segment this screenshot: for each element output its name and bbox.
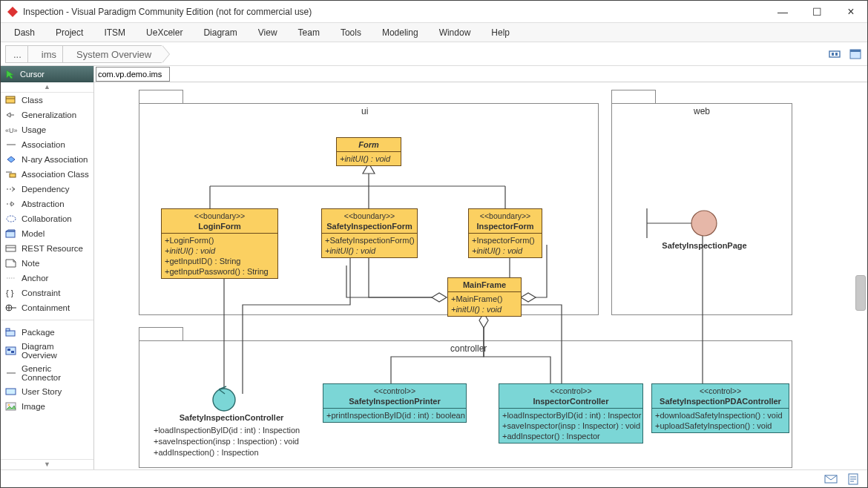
- anchor-line-icon: [5, 273, 17, 283]
- class-safety-inspection-controller-name[interactable]: SafetyInspectionController: [165, 413, 298, 422]
- svg-marker-6: [7, 70, 13, 79]
- menu-help[interactable]: Help: [491, 27, 510, 38]
- crumb-current[interactable]: System Overview: [62, 45, 162, 63]
- palette-item-generalization[interactable]: Generalization: [1, 108, 93, 122]
- image-icon: [5, 401, 17, 412]
- svg-marker-21: [6, 230, 15, 231]
- close-button[interactable]: ×: [841, 5, 861, 19]
- menu-tools[interactable]: Tools: [341, 27, 361, 38]
- svg-point-50: [691, 211, 717, 236]
- svg-rect-22: [6, 245, 16, 251]
- palette-item-generic-connector[interactable]: Generic Connector: [1, 362, 93, 384]
- minimize-button[interactable]: —: [772, 6, 793, 18]
- class-form-name: Form: [358, 140, 379, 149]
- menu-uexceler[interactable]: UeXceler: [146, 27, 183, 38]
- palette-collapse-down[interactable]: ▼: [1, 459, 93, 469]
- class-safety-inspection-page-name[interactable]: SafetyInspectionPage: [658, 241, 751, 250]
- palette-cursor[interactable]: Cursor: [1, 66, 93, 82]
- statusbar: [1, 469, 867, 487]
- class-login-form[interactable]: <<boundary>> LoginForm +LoginForm() +ini…: [161, 208, 278, 279]
- canvas-wrap: ui web controller: [94, 66, 867, 469]
- palette-collapse-up[interactable]: ▲: [1, 82, 93, 93]
- diagram-settings-icon[interactable]: [849, 47, 863, 61]
- svg-rect-34: [11, 351, 14, 353]
- crumb-ims[interactable]: ims: [27, 45, 67, 63]
- palette-cursor-label: Cursor: [20, 70, 45, 79]
- svg-rect-33: [7, 349, 10, 351]
- palette-item-association-class[interactable]: Association Class: [1, 167, 93, 182]
- diagram-canvas[interactable]: ui web controller: [94, 82, 867, 469]
- dashed-arrow-icon: [5, 184, 17, 194]
- class-form[interactable]: Form +initUI() : void: [336, 137, 401, 166]
- palette-item-anchor[interactable]: Anchor: [1, 271, 93, 286]
- line-icon: [5, 368, 17, 378]
- window-buttons: — ☐ ×: [772, 5, 861, 19]
- palette-item-abstraction[interactable]: Abstraction: [1, 197, 93, 211]
- svg-rect-32: [6, 347, 16, 355]
- menu-project[interactable]: Project: [56, 27, 83, 38]
- arrow-open-icon: [5, 110, 17, 120]
- svg-marker-10: [7, 113, 10, 117]
- palette-item-containment[interactable]: Containment: [1, 300, 93, 315]
- palette-item-dependency[interactable]: Dependency: [1, 182, 93, 197]
- palette-item-diagram-overview[interactable]: Diagram Overview: [1, 340, 93, 362]
- menu-dash[interactable]: Dash: [14, 27, 35, 38]
- palette-list: ClassGeneralization«U»UsageAssociationN-…: [1, 93, 93, 459]
- palette-item-class[interactable]: Class: [1, 93, 93, 108]
- menu-view[interactable]: View: [258, 27, 277, 38]
- palette-item-collaboration[interactable]: Collaboration: [1, 211, 93, 226]
- menu-itsm[interactable]: ITSM: [104, 27, 125, 38]
- class-pda-controller[interactable]: <<control>> SafetyInspectionPDAControlle…: [651, 383, 789, 433]
- palette-item-usage[interactable]: «U»Usage: [1, 122, 93, 137]
- maximize-button[interactable]: ☐: [806, 6, 827, 18]
- body: Cursor ▲ ClassGeneralization«U»UsageAsso…: [1, 66, 867, 469]
- svg-text:{ }: { }: [6, 288, 14, 297]
- palette-item-constraint[interactable]: { }Constraint: [1, 286, 93, 300]
- palette-item-package[interactable]: Package: [1, 325, 93, 340]
- svg-rect-20: [6, 231, 15, 237]
- menu-window[interactable]: Window: [439, 27, 471, 38]
- rest-icon: [5, 243, 17, 254]
- class-safety-inspection-controller-ops: +loadInspectionByID(id : int) : Inspecti…: [154, 425, 300, 458]
- palette-item-association[interactable]: Association: [1, 137, 93, 152]
- class-safety-inspection-printer[interactable]: <<control>> SafetyInspectionPrinter +pri…: [323, 383, 467, 423]
- svg-rect-5: [850, 50, 861, 52]
- svg-rect-2: [832, 53, 834, 56]
- diamond-icon: [5, 154, 17, 165]
- palette-item-rest-resource[interactable]: REST Resource: [1, 241, 93, 256]
- breadcrumb-bar: ... ims System Overview: [1, 42, 867, 66]
- svg-rect-36: [6, 389, 16, 395]
- svg-rect-30: [6, 331, 15, 336]
- note-page-icon[interactable]: [846, 472, 860, 486]
- palette-item-user-story[interactable]: User Story: [1, 384, 93, 399]
- class-safety-inspection-form[interactable]: <<boundary>> SafetyInspectionForm +Safet…: [321, 208, 418, 258]
- story-icon: [5, 386, 17, 397]
- palette-item-image[interactable]: Image: [1, 399, 93, 414]
- svg-text:«U»: «U»: [5, 127, 17, 134]
- line-icon: [5, 139, 17, 150]
- palette-item-n-ary-association[interactable]: N-ary Association: [1, 152, 93, 167]
- palette-item-model[interactable]: Model: [1, 226, 93, 241]
- canvas-header: [94, 66, 867, 82]
- palette-item-note[interactable]: Note: [1, 256, 93, 271]
- assoc-class-icon: [5, 169, 17, 179]
- tool-palette: Cursor ▲ ClassGeneralization«U»UsageAsso…: [1, 66, 94, 469]
- menu-team[interactable]: Team: [298, 27, 320, 38]
- class-inspector-form[interactable]: <<boundary>> InspectorForm +InspectorFor…: [468, 208, 542, 258]
- vertical-scrollbar[interactable]: [855, 275, 866, 311]
- menu-modeling[interactable]: Modeling: [382, 27, 418, 38]
- class-main-frame[interactable]: MainFrame +MainFrame() +initUI() : void: [447, 277, 522, 317]
- referenced-diagram-icon[interactable]: [829, 47, 842, 61]
- model-icon: [5, 228, 17, 239]
- mail-icon[interactable]: [824, 472, 838, 486]
- class-inspector-controller[interactable]: <<control>> InspectorController +loadIns…: [499, 383, 643, 444]
- class-login-form-name: LoginForm: [198, 222, 240, 231]
- note-icon: [5, 258, 17, 268]
- menu-diagram[interactable]: Diagram: [203, 27, 237, 38]
- svg-rect-15: [10, 174, 16, 177]
- svg-rect-31: [6, 329, 10, 331]
- package-name-input[interactable]: [96, 67, 170, 82]
- package-icon: [5, 327, 17, 337]
- svg-point-51: [213, 389, 235, 411]
- svg-marker-18: [11, 202, 14, 206]
